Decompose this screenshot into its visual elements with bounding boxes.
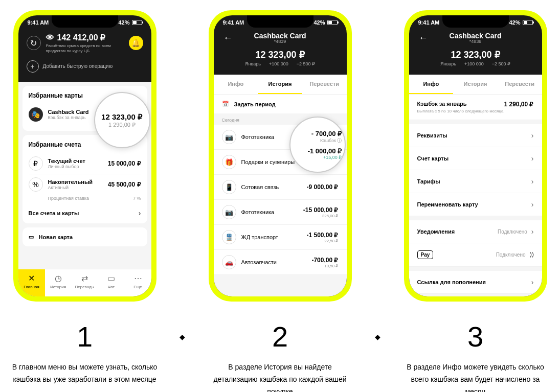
more-icon: ⋯ <box>134 273 142 283</box>
train-icon: 🚆 <box>222 230 236 244</box>
notch <box>52 15 118 28</box>
home-icon: ✕ <box>28 273 35 283</box>
info-content: Инфо История Перевести Кэшбэк за январь … <box>409 75 542 296</box>
cashback-amount: 1 290,00 ₽ <box>504 101 533 108</box>
tab-info[interactable]: Инфо <box>214 75 258 94</box>
nav-more-label: Еще <box>133 285 142 289</box>
cashback-summary[interactable]: Кэшбэк за январь 1 290,00 ₽ Выплата с 5 … <box>409 95 542 120</box>
card-account-label: Счет карты <box>417 155 449 162</box>
balance-expense: −2 500 ₽ <box>297 61 315 66</box>
screen-3: 9:41 AM 42% ← Cashback Card *4839 12 323… <box>409 15 542 296</box>
nav-home[interactable]: ✕Главная <box>18 269 45 296</box>
screen-1: 9:41 AM 42% ↻ 👁142 412,00 ₽ Расчётная су… <box>18 15 151 296</box>
status-time: 9:41 AM <box>223 19 244 26</box>
tx-rail[interactable]: 🚆ЖД транспорт-1 500,00 ₽22,50 ₽ <box>214 225 347 250</box>
tab-history[interactable]: История <box>453 75 498 94</box>
balance-month: Январь <box>245 61 261 66</box>
nav-more[interactable]: ⋯Еще <box>125 269 151 296</box>
battery-percent: 42% <box>509 19 520 26</box>
tx-sub: 22,50 ₽ <box>306 239 338 243</box>
bottom-nav: ✕Главная ◷История ⇄Переводы ▭Чат ⋯Еще <box>18 269 151 296</box>
step-3-column: 9:41 AM 42% ← Cashback Card *4839 12 323… <box>401 10 550 392</box>
tx-photo-2[interactable]: 📷Фототехника-15 000,00 ₽225,00 ₽ <box>214 200 347 225</box>
card-balance: 12 323,00 ₽ <box>417 49 534 60</box>
highlight-cashback: 1 290,00 ₽ <box>108 122 136 128</box>
set-period-button[interactable]: 📅 Задать период <box>214 95 347 113</box>
tx-name: Фототехника <box>241 209 298 215</box>
step-2-column: 9:41 AM 42% ← Cashback Card *4839 12 323… <box>206 10 354 392</box>
rate-label: Процентная ставка <box>48 196 89 201</box>
topup-link-row[interactable]: Ссылка для пополнения› <box>409 271 542 294</box>
nav-transfers[interactable]: ⇄Переводы <box>72 269 98 296</box>
chevron-right-icon: › <box>531 177 534 186</box>
all-accounts-link[interactable]: Все счета и карты › <box>29 204 141 217</box>
back-button[interactable]: ← <box>417 33 430 43</box>
plus-icon: + <box>27 60 39 73</box>
total-balance: 142 412,00 ₽ <box>57 33 106 42</box>
nav-chat[interactable]: ▭Чат <box>98 269 125 296</box>
step-1-column: 9:41 AM 42% ↻ 👁142 412,00 ₽ Расчётная су… <box>10 10 159 392</box>
chevron-right-icon: › <box>531 227 534 236</box>
balance-subtitle: Расчётная сумма средств по всем продукта… <box>46 43 124 53</box>
notch <box>247 15 313 28</box>
savings-account-row[interactable]: % Накопительный Активный 45 500,00 ₽ <box>29 174 141 195</box>
rename-label: Переименовать карту <box>417 201 478 207</box>
car-icon: 🚗 <box>222 255 236 269</box>
nav-history[interactable]: ◷История <box>45 269 72 296</box>
apple-pay-value: Подключено <box>496 252 526 258</box>
tariffs-label: Тарифы <box>417 178 440 185</box>
tab-transfer[interactable]: Перевести <box>302 75 347 94</box>
apple-pay-badge: Pay <box>417 250 434 259</box>
tabs: Инфо История Перевести <box>409 75 542 95</box>
notifications-button[interactable]: 🔔 <box>129 36 143 50</box>
phone-frame-2: 9:41 AM 42% ← Cashback Card *4839 12 323… <box>209 10 352 302</box>
status-time: 9:41 AM <box>418 19 440 26</box>
nav-home-label: Главная <box>24 285 39 289</box>
notifications-row[interactable]: УведомленияПодключено› <box>409 220 542 243</box>
back-button[interactable]: ← <box>222 33 234 43</box>
apple-pay-row[interactable]: PayПодключено⟩⟩ <box>409 243 542 267</box>
tx-auto[interactable]: 🚗Автозапчасти-700,00 ₽10,50 ₽ <box>214 250 347 275</box>
requisites-label: Реквизиты <box>417 132 447 139</box>
add-quick-operation[interactable]: + Добавить быструю операцию <box>27 60 143 73</box>
new-card-label: Новая карта <box>39 234 73 240</box>
tariffs-row[interactable]: Тарифы› <box>409 170 542 193</box>
card-header: ← Cashback Card *4839 12 323,00 ₽ Январь… <box>214 28 347 75</box>
current-account-row[interactable]: ₽ Текущий счет Личный выбор 15 000,00 ₽ <box>29 153 141 174</box>
favorite-accounts-section: Избранные счета ₽ Текущий счет Личный вы… <box>23 135 147 223</box>
cashback-subtitle: Выплата с 5 по 10 число следующего месяц… <box>417 109 534 113</box>
card-account-row[interactable]: Счет карты› <box>409 147 542 170</box>
tab-history[interactable]: История <box>258 75 302 94</box>
nav-history-label: История <box>50 285 66 289</box>
percent-icon: % <box>29 177 43 192</box>
history-content: Инфо История Перевести 📅 Задать период С… <box>214 75 347 296</box>
hl-tx0-amt: - 700,00 ₽ <box>293 130 342 137</box>
requisites-row[interactable]: Реквизиты› <box>409 124 542 147</box>
card-number: *4839 <box>234 39 326 44</box>
tx-amount: -1 500,00 ₽ <box>306 232 338 239</box>
tx-mobile[interactable]: 📱Сотовая связь-9 000,00 ₽ <box>214 175 347 200</box>
calendar-icon: 📅 <box>222 101 229 107</box>
battery-percent: 42% <box>118 19 129 26</box>
battery-icon <box>132 20 142 25</box>
tx-amount: -9 000,00 ₽ <box>306 183 338 191</box>
all-link-label: Все счета и карты <box>29 210 79 216</box>
tx-sub: 225,00 ₽ <box>303 214 339 218</box>
rename-row[interactable]: Переименовать карту› <box>409 193 542 216</box>
highlight-magnifier-2: - 700,00 ₽ Кэшбэк ⓘ -1 000,00 ₽ +15,00 ₽ <box>289 117 346 173</box>
step-2-number: 2 <box>272 320 288 353</box>
new-card-button[interactable]: ▭ Новая карта <box>23 227 147 246</box>
hl-tx0-sub: Кэшбэк ⓘ <box>293 137 342 144</box>
eye-off-icon[interactable]: 👁 <box>46 33 54 42</box>
card-header: ← Cashback Card *4839 12 323,00 ₽ Январь… <box>409 28 542 75</box>
balance-income: +100 000 <box>464 61 484 66</box>
home-content: Избранные карты 🎭 Cashback Card Кэшбэк з… <box>18 82 151 269</box>
refresh-icon[interactable]: ↻ <box>27 36 41 50</box>
tab-info[interactable]: Инфо <box>409 75 454 94</box>
tutorial-container: 9:41 AM 42% ↻ 👁142 412,00 ₽ Расчётная су… <box>10 10 550 392</box>
tx-name: ЖД транспорт <box>241 234 302 240</box>
step-1-text: В главном меню вы можете узнать, сколько… <box>10 361 159 386</box>
add-quick-label: Добавить быструю операцию <box>43 63 113 70</box>
transfer-icon: ⇄ <box>81 273 88 283</box>
tab-transfer[interactable]: Перевести <box>498 75 542 94</box>
